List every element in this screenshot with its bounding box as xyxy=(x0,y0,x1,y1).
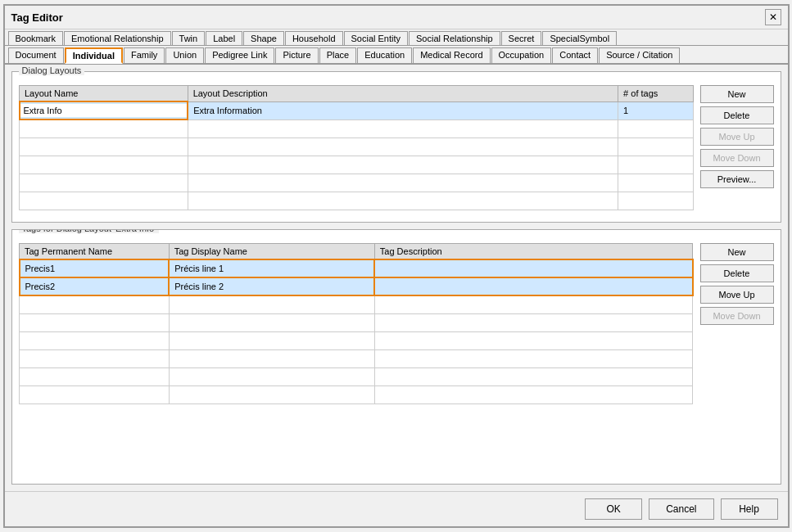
title-bar: Tag Editor ✕ xyxy=(5,6,788,29)
tag-row[interactable] xyxy=(20,385,693,404)
tag-disp-cell xyxy=(169,349,374,367)
tab-document[interactable]: Document xyxy=(8,47,64,63)
tab-individual[interactable]: Individual xyxy=(65,47,123,64)
layout-desc-cell xyxy=(188,174,618,192)
tag-perm-cell: Precis2 xyxy=(20,277,170,295)
col-tag-desc: Tag Description xyxy=(374,244,692,260)
tag-perm-cell xyxy=(20,331,170,349)
layouts-new-button[interactable]: New xyxy=(700,85,774,103)
tab-bookmark[interactable]: Bookmark xyxy=(8,31,64,45)
tags-move-up-button[interactable]: Move Up xyxy=(700,286,774,304)
layout-row[interactable] xyxy=(20,174,694,192)
dialog-title: Tag Editor xyxy=(11,11,63,24)
tag-perm-cell xyxy=(20,295,170,313)
tags-buttons: New Delete Move Up Move Down xyxy=(700,243,774,477)
tags-delete-button[interactable]: Delete xyxy=(700,264,774,282)
layout-desc-cell xyxy=(188,119,618,138)
tab-contact[interactable]: Contact xyxy=(552,47,598,63)
layout-desc-cell: Extra Information xyxy=(188,101,618,119)
tab-label[interactable]: Label xyxy=(206,31,242,45)
tab-place[interactable]: Place xyxy=(319,47,357,63)
layout-row[interactable]: Extra Information1 xyxy=(20,101,694,119)
col-tag-disp: Tag Display Name xyxy=(169,244,374,260)
tags-for-layout-label: Tags for Dialog Layout 'Extra Info' xyxy=(19,229,160,233)
layout-name-input[interactable] xyxy=(20,104,188,117)
tab-union[interactable]: Union xyxy=(165,47,204,63)
tag-disp-cell xyxy=(169,313,374,331)
tab-medical-record[interactable]: Medical Record xyxy=(413,47,490,63)
tab-family[interactable]: Family xyxy=(124,47,165,63)
layout-tags-cell: 1 xyxy=(618,101,693,119)
tag-editor-dialog: Tag Editor ✕ BookmarkEmotional Relations… xyxy=(3,4,790,528)
layouts-move-down-button[interactable]: Move Down xyxy=(700,149,774,167)
layouts-move-up-button[interactable]: Move Up xyxy=(700,128,774,146)
tag-row[interactable] xyxy=(20,295,693,313)
tag-row[interactable] xyxy=(20,331,693,349)
tab-secret[interactable]: Secret xyxy=(501,31,542,45)
col-layout-name: Layout Name xyxy=(20,86,188,102)
tab-pedigree-link[interactable]: Pedigree Link xyxy=(205,47,274,63)
tab-specialsymbol[interactable]: SpecialSymbol xyxy=(542,31,617,45)
dialog-layouts-group: Dialog Layouts Layout Name Layout Descri… xyxy=(11,71,781,223)
dialog-layouts-table-area: Layout Name Layout Description # of tags… xyxy=(19,85,694,210)
tag-desc-cell xyxy=(374,295,692,313)
footer: OK Cancel Help xyxy=(5,491,788,526)
layout-tags-cell xyxy=(618,156,693,174)
layout-name-cell xyxy=(20,119,188,138)
col-layout-desc: Layout Description xyxy=(188,86,618,102)
tab-picture[interactable]: Picture xyxy=(275,47,318,63)
tab-source-/-citation[interactable]: Source / Citation xyxy=(599,47,680,63)
col-tag-perm: Tag Permanent Name xyxy=(20,244,170,260)
dialog-layouts-content: Layout Name Layout Description # of tags… xyxy=(19,85,774,210)
tag-perm-cell: Precis1 xyxy=(20,259,170,277)
tag-row[interactable] xyxy=(20,367,693,385)
tag-desc-cell xyxy=(374,277,692,295)
dialog-layouts-label: Dialog Layouts xyxy=(19,65,85,75)
tags-move-down-button[interactable]: Move Down xyxy=(700,307,774,325)
layout-name-cell xyxy=(20,101,188,119)
tag-perm-cell xyxy=(20,367,170,385)
layout-row[interactable] xyxy=(20,156,694,174)
tag-disp-cell xyxy=(169,295,374,313)
tag-disp-cell xyxy=(169,367,374,385)
tag-desc-cell xyxy=(374,349,692,367)
layout-row[interactable] xyxy=(20,138,694,156)
tabs-container: BookmarkEmotional RelationshipTwinLabelS… xyxy=(5,29,788,65)
layout-name-cell xyxy=(20,156,188,174)
layout-tags-cell xyxy=(618,138,693,156)
tag-disp-cell: Précis line 1 xyxy=(169,259,374,277)
dialog-layouts-buttons: New Delete Move Up Move Down Preview... xyxy=(700,85,774,210)
tab-household[interactable]: Household xyxy=(285,31,343,45)
layout-row[interactable] xyxy=(20,192,694,210)
tab-emotional-relationship[interactable]: Emotional Relationship xyxy=(64,31,171,45)
layouts-preview-button[interactable]: Preview... xyxy=(700,170,774,188)
layout-name-cell xyxy=(20,192,188,210)
ok-button[interactable]: OK xyxy=(585,498,642,520)
tab-social-entity[interactable]: Social Entity xyxy=(344,31,409,45)
tag-row[interactable]: Precis2Précis line 2 xyxy=(20,277,693,295)
tab-social-relationship[interactable]: Social Relationship xyxy=(409,31,500,45)
layout-desc-cell xyxy=(188,156,618,174)
layout-row[interactable] xyxy=(20,119,694,138)
tag-row[interactable] xyxy=(20,313,693,331)
tab-twin[interactable]: Twin xyxy=(172,31,206,45)
layout-desc-cell xyxy=(188,192,618,210)
tags-new-button[interactable]: New xyxy=(700,243,774,261)
tag-perm-cell xyxy=(20,313,170,331)
help-button[interactable]: Help xyxy=(721,498,778,520)
cancel-button[interactable]: Cancel xyxy=(649,498,713,520)
col-layout-tags: # of tags xyxy=(618,86,693,102)
close-button[interactable]: ✕ xyxy=(765,9,781,25)
tag-row[interactable] xyxy=(20,349,693,367)
tabs-row-1: BookmarkEmotional RelationshipTwinLabelS… xyxy=(5,29,788,46)
layout-name-cell xyxy=(20,138,188,156)
tab-occupation[interactable]: Occupation xyxy=(491,47,552,63)
tag-row[interactable]: Precis1Précis line 1 xyxy=(20,259,693,277)
tag-perm-cell xyxy=(20,349,170,367)
layouts-delete-button[interactable]: Delete xyxy=(700,106,774,124)
layout-desc-cell xyxy=(188,138,618,156)
tab-education[interactable]: Education xyxy=(357,47,412,63)
tag-desc-cell xyxy=(374,367,692,385)
tag-disp-cell xyxy=(169,331,374,349)
tab-shape[interactable]: Shape xyxy=(243,31,284,45)
